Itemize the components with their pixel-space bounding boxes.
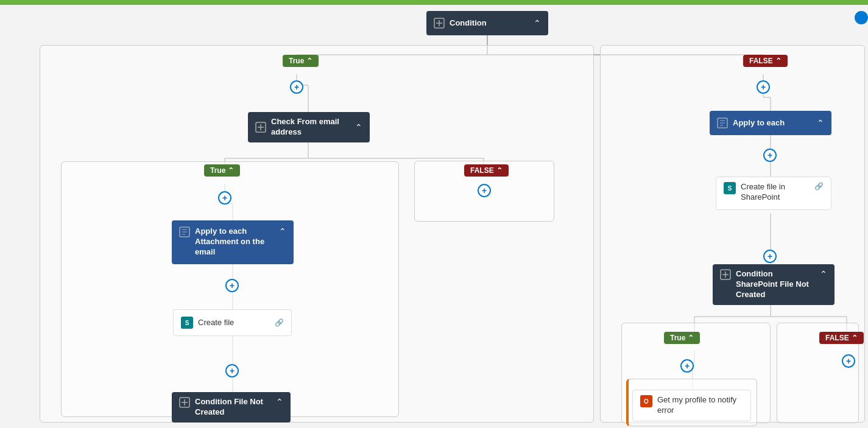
add-btn-create-sp[interactable]: + (763, 250, 777, 263)
false-badge-1[interactable]: FALSE ⌃ (743, 55, 788, 67)
condition-sp-fnc-collapse[interactable]: ⌃ (815, 269, 827, 279)
false-label-1: FALSE (749, 57, 773, 65)
true-label-1: True (289, 57, 304, 65)
create-file-left-link-icon: 🔗 (272, 318, 284, 327)
condition-file-not-created-node[interactable]: Condition File Not Created ⌃ (172, 392, 291, 423)
right-dot (855, 11, 868, 24)
add-btn-apply-each-right-in[interactable]: + (763, 149, 777, 162)
create-file-sp-label: Create file in SharePoint (741, 182, 812, 203)
add-btn-apply-each-in[interactable]: + (225, 279, 239, 292)
apply-each-right-icon (717, 118, 728, 128)
apply-each-right-label: Apply to each (733, 118, 812, 128)
check-from-email-collapse[interactable]: ⌃ (350, 122, 362, 132)
condition-label: Condition (450, 18, 529, 29)
false-chevron-3: ⌃ (852, 334, 858, 342)
apply-each-attachment-collapse[interactable]: ⌃ (274, 226, 286, 236)
condition-sp-fnc-node[interactable]: Condition SharePoint File Not Created ⌃ (713, 264, 834, 305)
true-label-2: True (210, 166, 225, 175)
check-from-email-node[interactable]: Check From email address ⌃ (248, 112, 370, 142)
add-btn-condition-true[interactable]: + (290, 80, 303, 94)
true-chevron-3: ⌃ (688, 334, 694, 342)
false-chevron-1: ⌃ (775, 57, 782, 65)
false-chevron-2: ⌃ (496, 166, 503, 175)
condition-icon (434, 18, 445, 29)
apply-each-right-node[interactable]: Apply to each ⌃ (710, 111, 831, 135)
apply-each-attachment-label: Apply to each Attachment on the email (195, 226, 274, 258)
top-bar (0, 0, 868, 5)
condition-node[interactable]: Condition ⌃ (426, 11, 548, 35)
get-profile-office-icon: O (640, 395, 652, 407)
check-from-email-icon (255, 122, 266, 133)
true-chevron-1: ⌃ (306, 57, 312, 65)
apply-each-right-collapse[interactable]: ⌃ (812, 118, 824, 128)
condition-collapse-btn[interactable]: ⌃ (529, 18, 541, 28)
create-file-sp-icon: S (724, 182, 736, 194)
true-badge-1[interactable]: True ⌃ (283, 55, 319, 67)
add-btn-create-file-left[interactable]: + (225, 364, 239, 377)
apply-each-attachment-node[interactable]: Apply to each Attachment on the email ⌃ (172, 220, 294, 264)
false-label-3: FALSE (825, 334, 849, 342)
true-badge-2[interactable]: True ⌃ (204, 164, 240, 177)
false-badge-2[interactable]: FALSE ⌃ (464, 164, 509, 177)
create-file-left-label: Create file (198, 318, 272, 328)
apply-each-attachment-icon (179, 226, 190, 237)
get-profile-node[interactable]: O Get my profile to notify error (632, 390, 751, 421)
add-btn-check-false[interactable]: + (478, 184, 491, 197)
add-btn-check-true[interactable]: + (218, 191, 231, 205)
create-file-left-sp-icon: S (181, 317, 193, 329)
get-profile-label: Get my profile to notify error (657, 395, 743, 416)
true-chevron-2: ⌃ (228, 166, 234, 175)
false-label-2: FALSE (470, 166, 494, 175)
condition-sp-fnc-icon (720, 269, 731, 280)
create-file-sharepoint-node[interactable]: S Create file in SharePoint 🔗 (716, 177, 831, 210)
check-from-email-label: Check From email address (271, 117, 350, 138)
condition-fnc-collapse[interactable]: ⌃ (271, 397, 283, 407)
add-btn-true3[interactable]: + (680, 359, 694, 373)
false-badge-3[interactable]: FALSE ⌃ (819, 332, 864, 344)
true-label-3: True (670, 334, 685, 342)
add-btn-false3[interactable]: + (842, 354, 855, 368)
add-btn-condition-false[interactable]: + (757, 80, 770, 94)
condition-fnc-icon (179, 397, 190, 408)
true-badge-3[interactable]: True ⌃ (664, 332, 700, 344)
condition-sp-fnc-label: Condition SharePoint File Not Created (736, 269, 815, 300)
condition-fnc-label: Condition File Not Created (195, 397, 271, 418)
flow-canvas: Condition ⌃ True ⌃ FALSE ⌃ + + Check Fro… (0, 0, 868, 428)
create-file-sp-link-icon: 🔗 (812, 182, 824, 191)
create-file-left-node[interactable]: S Create file 🔗 (173, 309, 292, 336)
